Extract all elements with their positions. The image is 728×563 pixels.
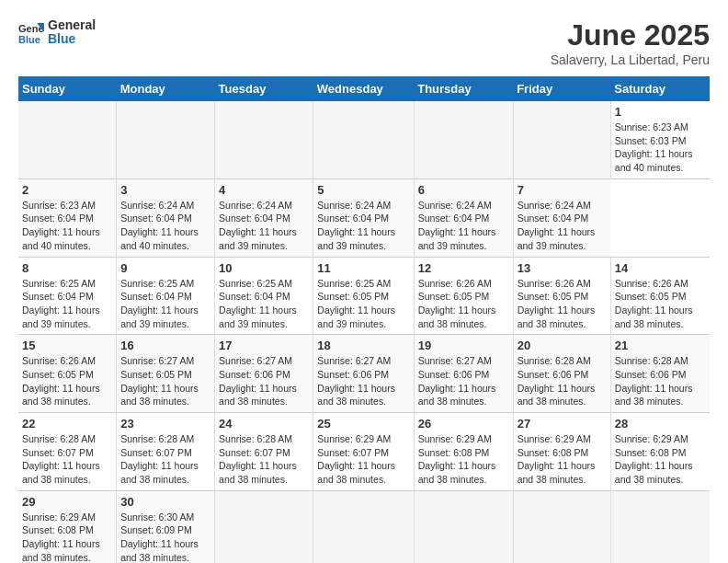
day-info: Sunrise: 6:27 AM Sunset: 6:06 PM Dayligh…: [317, 354, 409, 408]
day-number: 11: [317, 261, 409, 275]
day-cell-5: 5Sunrise: 6:24 AM Sunset: 6:04 PM Daylig…: [313, 178, 414, 257]
day-cell-9: 9Sunrise: 6:25 AM Sunset: 6:04 PM Daylig…: [117, 257, 215, 335]
empty-cell: [610, 490, 710, 563]
day-info: Sunrise: 6:23 AM Sunset: 6:03 PM Dayligh…: [615, 121, 706, 175]
day-cell-15: 15Sunrise: 6:26 AM Sunset: 6:05 PM Dayli…: [18, 335, 117, 413]
day-info: Sunrise: 6:28 AM Sunset: 6:06 PM Dayligh…: [518, 354, 607, 408]
header-row: SundayMondayTuesdayWednesdayThursdayFrid…: [18, 76, 710, 101]
day-info: Sunrise: 6:28 AM Sunset: 6:06 PM Dayligh…: [615, 354, 706, 408]
day-number: 10: [219, 261, 309, 275]
day-number: 20: [518, 339, 607, 352]
day-number: 21: [615, 339, 706, 352]
day-info: Sunrise: 6:24 AM Sunset: 6:04 PM Dayligh…: [317, 199, 409, 253]
header-saturday: Saturday: [610, 76, 710, 101]
day-cell-3: 3Sunrise: 6:24 AM Sunset: 6:04 PM Daylig…: [117, 178, 215, 257]
day-info: Sunrise: 6:29 AM Sunset: 6:08 PM Dayligh…: [615, 432, 706, 487]
logo-text-general: General: [48, 18, 96, 32]
header-wednesday: Wednesday: [313, 76, 414, 101]
day-info: Sunrise: 6:27 AM Sunset: 6:06 PM Dayligh…: [219, 354, 309, 408]
empty-cell: [414, 490, 513, 563]
day-number: 2: [22, 183, 112, 197]
day-info: Sunrise: 6:25 AM Sunset: 6:04 PM Dayligh…: [120, 277, 210, 331]
day-info: Sunrise: 6:30 AM Sunset: 6:09 PM Dayligh…: [120, 511, 210, 563]
page-header: General Blue General Blue June 2025 Sala…: [18, 18, 710, 67]
day-cell-26: 26Sunrise: 6:29 AM Sunset: 6:08 PM Dayli…: [414, 413, 513, 491]
day-info: Sunrise: 6:24 AM Sunset: 6:04 PM Dayligh…: [418, 199, 509, 253]
day-number: 23: [120, 417, 210, 431]
day-cell-19: 19Sunrise: 6:27 AM Sunset: 6:06 PM Dayli…: [414, 335, 513, 413]
day-number: 4: [219, 183, 309, 197]
day-cell-17: 17Sunrise: 6:27 AM Sunset: 6:06 PM Dayli…: [215, 335, 313, 413]
day-number: 17: [219, 339, 309, 352]
header-sunday: Sunday: [18, 76, 117, 101]
day-cell-8: 8Sunrise: 6:25 AM Sunset: 6:04 PM Daylig…: [18, 257, 117, 335]
day-cell-13: 13Sunrise: 6:26 AM Sunset: 6:05 PM Dayli…: [513, 257, 610, 335]
empty-cell: [513, 101, 610, 178]
day-number: 9: [120, 261, 210, 275]
day-number: 14: [615, 261, 706, 275]
calendar-week-6: 29Sunrise: 6:29 AM Sunset: 6:08 PM Dayli…: [18, 490, 710, 563]
title-block: June 2025 Salaverry, La Libertad, Peru: [551, 18, 710, 67]
calendar-week-2: 2Sunrise: 6:23 AM Sunset: 6:04 PM Daylig…: [18, 178, 710, 257]
header-friday: Friday: [513, 76, 610, 101]
day-info: Sunrise: 6:24 AM Sunset: 6:04 PM Dayligh…: [518, 199, 608, 253]
day-cell-10: 10Sunrise: 6:25 AM Sunset: 6:04 PM Dayli…: [215, 257, 313, 335]
day-info: Sunrise: 6:28 AM Sunset: 6:07 PM Dayligh…: [120, 432, 210, 487]
day-info: Sunrise: 6:24 AM Sunset: 6:04 PM Dayligh…: [219, 199, 309, 253]
day-cell-28: 28Sunrise: 6:29 AM Sunset: 6:08 PM Dayli…: [610, 413, 710, 491]
day-cell-6: 6Sunrise: 6:24 AM Sunset: 6:04 PM Daylig…: [414, 178, 513, 257]
day-cell-20: 20Sunrise: 6:28 AM Sunset: 6:06 PM Dayli…: [513, 335, 610, 413]
empty-cell: [18, 101, 117, 178]
logo-text-blue: Blue: [48, 32, 96, 46]
day-number: 24: [219, 417, 309, 431]
empty-cell: [313, 101, 414, 178]
day-info: Sunrise: 6:27 AM Sunset: 6:05 PM Dayligh…: [120, 354, 210, 408]
day-info: Sunrise: 6:27 AM Sunset: 6:06 PM Dayligh…: [418, 354, 509, 408]
header-monday: Monday: [117, 76, 215, 101]
day-number: 30: [120, 495, 210, 509]
empty-cell: [513, 490, 610, 563]
day-info: Sunrise: 6:25 AM Sunset: 6:04 PM Dayligh…: [219, 277, 309, 331]
calendar-title: June 2025: [551, 18, 710, 52]
empty-cell: [117, 101, 215, 178]
day-number: 16: [120, 339, 210, 352]
calendar-subtitle: Salaverry, La Libertad, Peru: [551, 52, 710, 67]
day-number: 25: [317, 417, 409, 431]
day-cell-29: 29Sunrise: 6:29 AM Sunset: 6:08 PM Dayli…: [18, 490, 117, 563]
empty-cell: [313, 490, 414, 563]
day-info: Sunrise: 6:26 AM Sunset: 6:05 PM Dayligh…: [615, 277, 706, 331]
empty-cell: [215, 490, 313, 563]
day-cell-23: 23Sunrise: 6:28 AM Sunset: 6:07 PM Dayli…: [117, 413, 215, 491]
day-info: Sunrise: 6:26 AM Sunset: 6:05 PM Dayligh…: [418, 277, 509, 331]
calendar-table: SundayMondayTuesdayWednesdayThursdayFrid…: [18, 76, 710, 563]
day-cell-30: 30Sunrise: 6:30 AM Sunset: 6:09 PM Dayli…: [117, 490, 215, 563]
day-number: 7: [518, 183, 608, 197]
day-cell-24: 24Sunrise: 6:28 AM Sunset: 6:07 PM Dayli…: [215, 413, 313, 491]
logo: General Blue General Blue: [18, 18, 96, 47]
day-cell-18: 18Sunrise: 6:27 AM Sunset: 6:06 PM Dayli…: [313, 335, 414, 413]
day-number: 27: [518, 417, 607, 431]
day-number: 18: [317, 339, 409, 352]
day-info: Sunrise: 6:29 AM Sunset: 6:08 PM Dayligh…: [22, 511, 112, 563]
day-info: Sunrise: 6:25 AM Sunset: 6:04 PM Dayligh…: [22, 277, 112, 331]
day-number: 6: [418, 183, 509, 197]
day-cell-21: 21Sunrise: 6:28 AM Sunset: 6:06 PM Dayli…: [610, 335, 710, 413]
header-thursday: Thursday: [414, 76, 513, 101]
day-info: Sunrise: 6:25 AM Sunset: 6:05 PM Dayligh…: [317, 277, 409, 331]
day-info: Sunrise: 6:26 AM Sunset: 6:05 PM Dayligh…: [22, 354, 112, 408]
day-cell-12: 12Sunrise: 6:26 AM Sunset: 6:05 PM Dayli…: [414, 257, 513, 335]
day-number: 1: [615, 105, 706, 119]
day-cell-25: 25Sunrise: 6:29 AM Sunset: 6:07 PM Dayli…: [313, 413, 414, 491]
day-cell-2: 2Sunrise: 6:23 AM Sunset: 6:04 PM Daylig…: [18, 178, 117, 257]
day-number: 5: [317, 183, 409, 197]
day-cell-11: 11Sunrise: 6:25 AM Sunset: 6:05 PM Dayli…: [313, 257, 414, 335]
day-info: Sunrise: 6:28 AM Sunset: 6:07 PM Dayligh…: [219, 432, 309, 487]
day-info: Sunrise: 6:28 AM Sunset: 6:07 PM Dayligh…: [22, 432, 112, 487]
empty-cell: [215, 101, 313, 178]
day-number: 28: [615, 417, 706, 431]
day-cell-14: 14Sunrise: 6:26 AM Sunset: 6:05 PM Dayli…: [610, 257, 710, 335]
logo-icon: General Blue: [18, 19, 44, 45]
day-cell-1: 1Sunrise: 6:23 AM Sunset: 6:03 PM Daylig…: [610, 101, 710, 178]
day-number: 26: [418, 417, 509, 431]
calendar-week-3: 8Sunrise: 6:25 AM Sunset: 6:04 PM Daylig…: [18, 257, 710, 335]
